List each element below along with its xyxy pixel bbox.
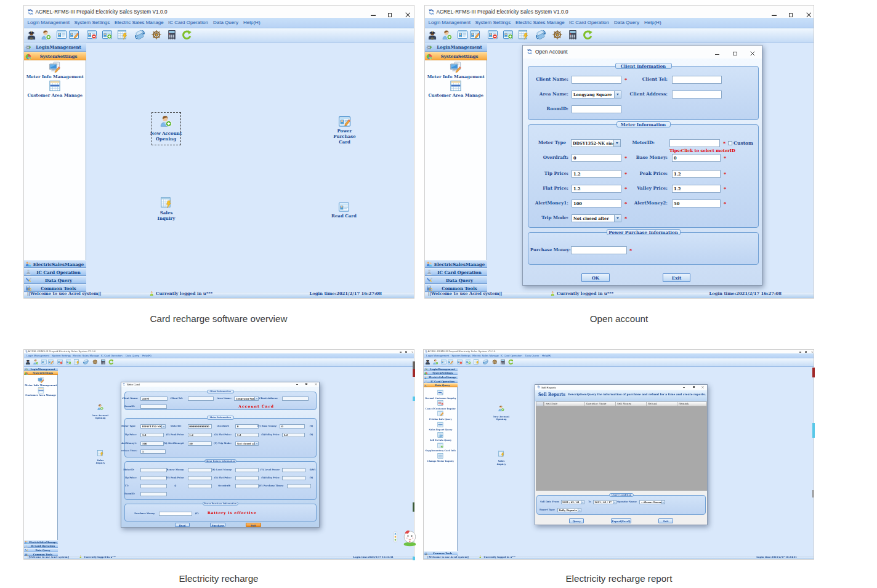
overdraft-input[interactable]: 0 [572,154,621,162]
client-address-input[interactable] [672,91,722,99]
text-input[interactable] [287,484,311,488]
toolbar-button-helm-wheel[interactable] [92,359,98,364]
tip_price-input[interactable]: 1.2 [572,170,621,178]
purchase-money-input[interactable] [571,246,627,254]
sidebar-group-ic-card-operation[interactable]: IC Card Operation [424,379,458,384]
toolbar-button-calculator[interactable] [568,30,578,40]
close-icon[interactable] [806,12,812,18]
toolbar-button-card-add[interactable] [102,30,112,40]
menu-item-electric-sales-manage[interactable]: Electric Sales Manage [515,18,565,28]
table-column-header[interactable]: Sell Money [617,403,631,406]
desktop-icon-power-purchase-card[interactable] [339,116,350,127]
desktop-icon-new-account-opening[interactable] [160,115,172,127]
client-name-input[interactable] [572,76,621,84]
sidebar-group-ic-card-operation[interactable]: IC Card Operation [24,268,86,276]
toolbar-button-id-card[interactable] [458,30,467,40]
menu-item-helph[interactable]: Help(H) [644,18,661,28]
toolbar-button-user-add[interactable] [433,359,438,364]
toolbar-button-table-bolt[interactable] [519,30,528,40]
close-icon[interactable] [701,386,704,389]
client-tel-input[interactable] [188,397,214,401]
area-name-dropdown[interactable]: Longyang Square [572,91,621,99]
text-input[interactable] [235,476,259,480]
trip-mode-dropdown[interactable]: Not closed after [572,214,621,222]
ok-button[interactable]: OK [581,273,610,282]
menu-item-data-query[interactable]: Data Query [126,353,139,358]
menu-item-electric-sales-manage[interactable]: Electric Sales Manage [472,353,499,358]
base_money-input[interactable]: 0 [672,154,721,162]
menu-item-data-query[interactable]: Data Query [213,18,238,28]
menu-item-helph[interactable]: Help(H) [542,353,551,358]
menu-item-login-management[interactable]: Login Management [28,18,70,28]
toolbar-button-card-edit[interactable] [69,30,79,40]
sidebar-item-meter-info-management[interactable]: Meter Info Management [24,377,58,387]
toolbar-button-redo-arrow[interactable] [182,30,192,40]
menu-item-system-settings[interactable]: System Settings [52,353,71,358]
table-column-header[interactable]: Refund [648,403,657,406]
text-input[interactable] [235,484,259,488]
peak_price-input[interactable]: 1.2 [672,170,721,178]
alert1-input[interactable]: 100 [572,199,621,207]
dropdown-button[interactable] [581,501,584,504]
close-icon[interactable] [315,383,317,385]
trip-mode-dropdown[interactable]: Not closed after la [235,441,259,446]
toolbar-button-card-edit[interactable] [470,30,480,40]
toolbar-button-card-remove[interactable] [457,359,463,364]
sidebar-group-data-query[interactable]: Data Query [424,383,458,387]
desktop-icon-read-card[interactable] [339,202,349,212]
menu-item-system-settings[interactable]: System Settings [75,18,110,28]
sidebar-group-loginmanagement[interactable]: LoginManagement [425,42,487,51]
dropdown-button[interactable] [614,91,621,98]
menu-item-electric-sales-manage[interactable]: Electric Sales Manage [73,353,99,358]
client-tel-input[interactable] [672,76,722,84]
dropdown-button[interactable] [578,509,581,512]
sidebar-item-meter-info-management[interactable]: Meter Info Management [425,62,487,80]
toolbar-button-cards-swap[interactable] [83,359,89,364]
area-name-dropdown[interactable]: Longyang Square [234,397,259,401]
minimize-icon[interactable] [371,15,376,15]
desktop-icon-sales-inquiry[interactable] [97,450,103,456]
toolbar-button-id-card[interactable] [41,359,47,364]
minimize-icon[interactable] [715,54,719,55]
text-input[interactable]: 0 [235,424,259,429]
table-column-header[interactable]: Remark [679,403,689,406]
dropdown-button[interactable] [614,215,621,222]
toolbar-button-officer[interactable] [425,359,430,364]
sidebar-group-loginmanagement[interactable]: LoginManagement [424,367,458,371]
maximize-icon[interactable] [805,351,807,353]
toolbar-button-redo-arrow[interactable] [508,359,514,364]
sidebar-group-systemsettings[interactable]: SystemSettings [425,52,487,60]
toolbar-button-redo-arrow[interactable] [583,30,592,40]
desktop-icon-new-account-opening[interactable] [97,404,103,410]
sidebar-group-electricsalesmanage[interactable]: ElectricSalesManage [425,260,487,268]
menu-item-electric-sales-manage[interactable]: Electric Sales Manage [115,18,164,28]
menu-item-data-query[interactable]: Data Query [614,18,639,28]
text-input[interactable] [140,484,167,488]
sidebar-item-cancel-customer-inquiry[interactable]: Cancel Customer Inquiry [424,400,458,410]
text-input[interactable] [282,476,305,480]
toolbar-button-table-bolt[interactable] [118,30,127,40]
room-id-input[interactable] [572,105,621,113]
sidebar-group-electricsalesmanage[interactable]: ElectricSalesManage [24,260,86,268]
toolbar-button-officer[interactable] [427,30,437,40]
sidebar-group-data-query[interactable]: Data Query [24,548,58,552]
toolbar-button-user-add[interactable] [41,30,51,40]
valley_price-input[interactable]: 1.2 [672,185,721,193]
desktop-icon-sales-inquiry[interactable] [498,451,504,457]
toolbar-button-cards-swap[interactable] [536,30,546,40]
meter-id-input[interactable]: 000000000000 [188,424,212,429]
meter-id-input[interactable] [669,139,720,147]
sidebar-group-ic-card-operation[interactable]: IC Card Operation [425,268,487,276]
menu-item-helph[interactable]: Help(H) [243,18,261,28]
client-name-input[interactable]: acrel [140,397,168,401]
sidebar-group-loginmanagement[interactable]: LoginManagement [24,367,58,371]
maximize-icon[interactable] [305,383,307,385]
text-input[interactable]: 1.2 [188,433,212,437]
toolbar-button-card-edit[interactable] [448,359,453,364]
desktop-icon-sales-inquiry[interactable] [161,197,172,208]
text-input[interactable] [188,476,212,480]
sidebar-item-meter-info-management[interactable]: Meter Info Management [24,62,86,80]
exit-button[interactable]: Exit [658,518,673,523]
maximize-icon[interactable] [789,13,793,17]
menu-item-login-management[interactable]: Login Management [26,353,49,358]
